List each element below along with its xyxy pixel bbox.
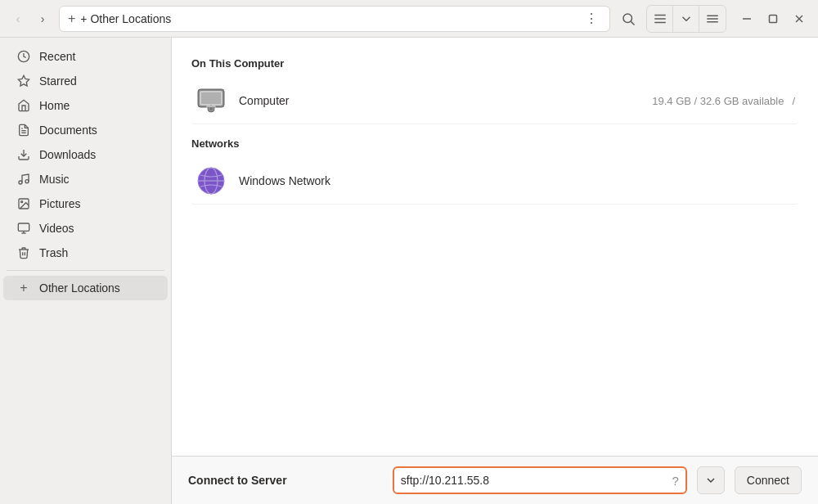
connect-server-input[interactable]	[401, 474, 669, 487]
sidebar-item-home[interactable]: Home	[3, 93, 168, 118]
maximize-icon	[768, 14, 778, 24]
sidebar-music-label: Music	[39, 173, 70, 186]
content-area: On This Computer Computer 19.4 GB	[172, 38, 818, 504]
main-layout: Recent Starred Home	[0, 38, 818, 504]
close-icon	[794, 14, 804, 24]
chevron-down-small-icon	[706, 475, 716, 485]
sidebar-documents-label: Documents	[39, 124, 97, 137]
svg-rect-21	[18, 223, 29, 231]
windows-network-name: Windows Network	[239, 174, 795, 187]
downloads-icon	[16, 147, 31, 162]
address-text: + Other Locations	[80, 12, 577, 25]
svg-rect-27	[206, 106, 216, 107]
sidebar-item-recent[interactable]: Recent	[3, 44, 168, 69]
computer-mount: /	[792, 95, 795, 107]
home-icon	[16, 98, 31, 113]
sidebar-starred-label: Starred	[39, 74, 77, 88]
documents-icon	[16, 123, 31, 137]
minimize-button[interactable]	[735, 7, 759, 31]
sidebar-trash-label: Trash	[39, 246, 68, 259]
nav-buttons: ‹ ›	[7, 7, 54, 30]
sidebar-item-trash[interactable]: Trash	[3, 241, 168, 265]
close-button[interactable]	[787, 7, 811, 31]
computer-location-item[interactable]: Computer 19.4 GB / 32.6 GB available /	[191, 78, 798, 124]
search-button[interactable]	[615, 6, 641, 32]
content-scroll: On This Computer Computer 19.4 GB	[172, 38, 818, 456]
other-locations-icon: +	[16, 281, 31, 295]
sidebar-pictures-label: Pictures	[39, 197, 81, 210]
bottom-bar: Connect to Server ? Connect	[172, 456, 818, 504]
svg-line-1	[631, 21, 634, 25]
list-icon	[653, 11, 667, 26]
starred-icon	[16, 74, 31, 88]
svg-point-18	[25, 180, 29, 183]
on-this-computer-title: On This Computer	[191, 57, 798, 70]
svg-rect-9	[770, 15, 777, 22]
networks-title: Networks	[191, 137, 798, 150]
connect-input-wrapper: ?	[393, 466, 687, 494]
computer-icon	[195, 84, 227, 117]
sidebar-item-pictures[interactable]: Pictures	[3, 191, 168, 216]
computer-meta: 19.4 GB / 32.6 GB available /	[652, 95, 795, 107]
sidebar-other-locations-label: Other Locations	[39, 281, 120, 295]
view-dropdown-button[interactable]	[673, 6, 699, 32]
address-bar: + + Other Locations ⋮	[59, 6, 610, 32]
chevron-down-icon	[679, 11, 694, 26]
minimize-icon	[742, 14, 752, 24]
address-menu-icon[interactable]: ⋮	[582, 9, 601, 28]
connect-to-server-label: Connect to Server	[188, 474, 287, 487]
connect-button[interactable]: Connect	[735, 466, 802, 494]
sidebar-item-documents[interactable]: Documents	[3, 118, 168, 142]
help-icon[interactable]: ?	[672, 474, 679, 488]
computer-name: Computer	[239, 94, 640, 107]
sidebar-videos-label: Videos	[39, 222, 74, 235]
view-menu-button[interactable]	[699, 6, 726, 32]
titlebar: ‹ › + + Other Locations ⋮	[0, 0, 818, 38]
music-icon	[16, 172, 31, 187]
windows-network-icon	[195, 164, 227, 197]
svg-point-17	[19, 181, 22, 184]
sidebar-item-music[interactable]: Music	[3, 167, 168, 191]
address-plus-icon: +	[68, 11, 75, 26]
svg-point-20	[21, 201, 23, 203]
svg-rect-29	[201, 92, 221, 104]
sidebar: Recent Starred Home	[0, 38, 172, 504]
back-button[interactable]: ‹	[7, 7, 29, 30]
videos-icon	[16, 221, 31, 236]
sidebar-item-videos[interactable]: Videos	[3, 216, 168, 241]
view-toggle-group	[646, 5, 726, 33]
view-list-button[interactable]	[647, 6, 673, 32]
networks-divider: Networks	[191, 137, 798, 150]
windows-network-item[interactable]: Windows Network	[191, 158, 798, 205]
sidebar-home-label: Home	[39, 99, 70, 112]
search-icon	[621, 11, 636, 26]
sidebar-item-other-locations[interactable]: + Other Locations	[3, 276, 168, 300]
trash-icon	[16, 245, 31, 260]
connect-dropdown-button[interactable]	[697, 466, 725, 494]
svg-point-0	[623, 14, 632, 23]
forward-button[interactable]: ›	[31, 7, 54, 30]
window-controls	[735, 7, 811, 31]
maximize-button[interactable]	[761, 7, 785, 31]
computer-storage: 19.4 GB / 32.6 GB available	[652, 95, 784, 107]
sidebar-item-downloads[interactable]: Downloads	[3, 142, 168, 167]
hamburger-icon	[705, 11, 720, 26]
pictures-icon	[16, 196, 31, 211]
svg-point-30	[207, 110, 215, 111]
sidebar-downloads-label: Downloads	[39, 148, 96, 161]
svg-marker-13	[18, 75, 29, 86]
sidebar-recent-label: Recent	[39, 50, 75, 63]
sidebar-item-starred[interactable]: Starred	[3, 69, 168, 93]
recent-icon	[16, 49, 31, 64]
